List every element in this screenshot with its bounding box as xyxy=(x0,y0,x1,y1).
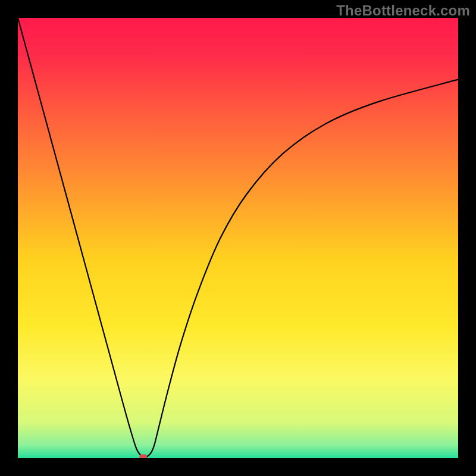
chart-frame: TheBottleneck.com xyxy=(0,0,476,476)
chart-background xyxy=(18,18,458,458)
plot-area xyxy=(18,18,458,458)
chart-svg xyxy=(18,18,458,458)
watermark-text: TheBottleneck.com xyxy=(336,2,470,19)
